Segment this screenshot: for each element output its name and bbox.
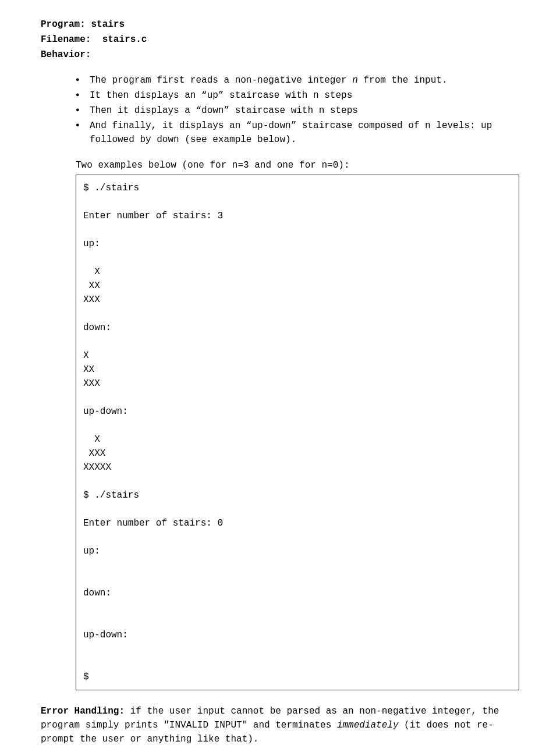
bullet-text-em: n [352,75,358,86]
bullet-text-pre: Then it displays a “down” staircase with… [90,105,358,116]
program-line: Program: stairs [41,17,519,31]
program-value: stairs [91,19,125,30]
error-label: Error Handling: [41,706,125,716]
bullet-text-pre: And finally, it displays an “up-down” st… [90,120,492,145]
filename-label: Filename: [41,34,91,45]
examples-intro: Two examples below (one for n=3 and one … [41,158,519,172]
bullet-text-post: from the input. [358,75,448,86]
list-item: The program first reads a non-negative i… [76,73,519,87]
filename-value: stairs.c [102,34,147,45]
behavior-line: Behavior: [41,48,519,62]
error-text-em: immediately [337,720,399,730]
bullet-text-pre: The program first reads a non-negative i… [90,75,352,86]
program-label: Program: [41,19,86,30]
behavior-bullets: The program first reads a non-negative i… [41,73,519,147]
header-block: Program: stairs Filename: stairs.c Behav… [41,17,519,62]
error-handling-section: Error Handling: if the user input cannot… [41,704,519,746]
list-item: It then displays an “up” staircase with … [76,88,519,102]
terminal-output-box: $ ./stairs Enter number of stairs: 3 up:… [76,175,519,690]
filename-line: Filename: stairs.c [41,33,519,47]
list-item: And finally, it displays an “up-down” st… [76,119,519,147]
list-item: Then it displays a “down” staircase with… [76,104,519,118]
bullet-text-pre: It then displays an “up” staircase with … [90,90,352,101]
behavior-label: Behavior: [41,49,91,60]
